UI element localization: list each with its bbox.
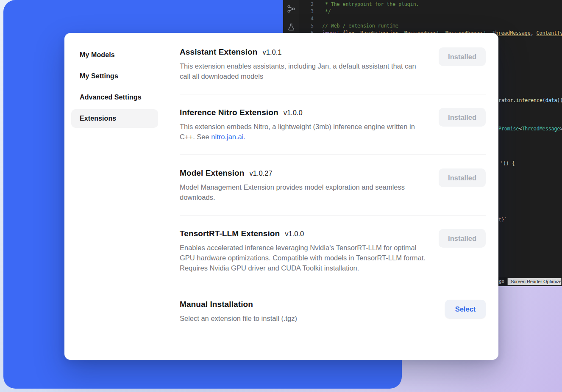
editor-code-area: 2 * The entrypoint for the plugin. 3 */ … bbox=[299, 0, 562, 37]
extension-version: v1.0.27 bbox=[249, 169, 272, 177]
code-line: 5// Web / extension runtime bbox=[299, 22, 562, 30]
manual-installation-description: Select an extension file to install (.tg… bbox=[180, 313, 428, 323]
extension-title: Assistant Extension bbox=[180, 47, 258, 57]
extension-item-model: Model Extension v1.0.27 Model Management… bbox=[180, 155, 486, 215]
installed-button[interactable]: Installed bbox=[439, 229, 486, 248]
code-fragment: ')) { bbox=[500, 160, 515, 167]
installed-button[interactable]: Installed bbox=[439, 108, 486, 127]
extension-title: TensortRT-LLM Extension bbox=[180, 229, 280, 238]
extension-title: Inference Nitro Extension bbox=[180, 108, 278, 117]
beaker-icon bbox=[287, 23, 295, 31]
status-bar-text: go bbox=[499, 279, 504, 284]
sidebar-item-advanced-settings[interactable]: Advanced Settings bbox=[71, 88, 158, 107]
code-line: 2 * The entrypoint for the plugin. bbox=[299, 1, 562, 8]
manual-installation-title: Manual Installation bbox=[180, 300, 253, 309]
extension-version: v1.0.0 bbox=[284, 109, 303, 117]
sidebar-item-my-models[interactable]: My Models bbox=[71, 46, 158, 64]
installed-button[interactable]: Installed bbox=[439, 47, 486, 66]
extension-item-inference-nitro: Inference Nitro Extension v1.0.0 This ex… bbox=[180, 94, 486, 155]
code-fragment: t}` bbox=[498, 216, 507, 224]
settings-modal: My Models My Settings Advanced Settings … bbox=[64, 33, 498, 360]
extensions-panel: Assistant Extension v1.0.1 This extensio… bbox=[165, 33, 498, 360]
sidebar-item-my-settings[interactable]: My Settings bbox=[71, 67, 158, 86]
code-line: 4 bbox=[299, 15, 562, 22]
extension-version: v1.0.1 bbox=[263, 48, 282, 56]
extension-title: Model Extension bbox=[180, 168, 244, 178]
installed-button[interactable]: Installed bbox=[439, 168, 486, 187]
source-control-graph-icon bbox=[287, 4, 296, 14]
manual-installation-item: Manual Installation Select an extension … bbox=[180, 286, 486, 336]
extension-description: Model Management Extension provides mode… bbox=[180, 182, 428, 202]
sidebar-item-extensions[interactable]: Extensions bbox=[71, 109, 158, 128]
settings-sidebar: My Models My Settings Advanced Settings … bbox=[64, 33, 165, 360]
select-file-button[interactable]: Select bbox=[445, 300, 486, 318]
code-fragment: Promise<ThreadMessage> bbox=[498, 125, 562, 133]
extension-version: v1.0.0 bbox=[285, 230, 304, 238]
code-line: 3 */ bbox=[299, 8, 562, 15]
extension-description: Enables accelerated inference leveraging… bbox=[180, 243, 428, 273]
extension-item-assistant: Assistant Extension v1.0.1 This extensio… bbox=[180, 33, 486, 94]
extension-description: This extension enables assistants, inclu… bbox=[180, 61, 428, 81]
screen-reader-optimized-status-item: Screen Reader Optimize bbox=[507, 278, 562, 285]
nitro-jan-ai-link[interactable]: nitro.jan.ai. bbox=[211, 133, 245, 141]
extension-item-tensorrt-llm: TensortRT-LLM Extension v1.0.0 Enables a… bbox=[180, 215, 486, 286]
code-fragment: rator.inference(data)); bbox=[498, 97, 562, 104]
extension-description: This extension embeds Nitro, a lightweig… bbox=[180, 121, 428, 142]
